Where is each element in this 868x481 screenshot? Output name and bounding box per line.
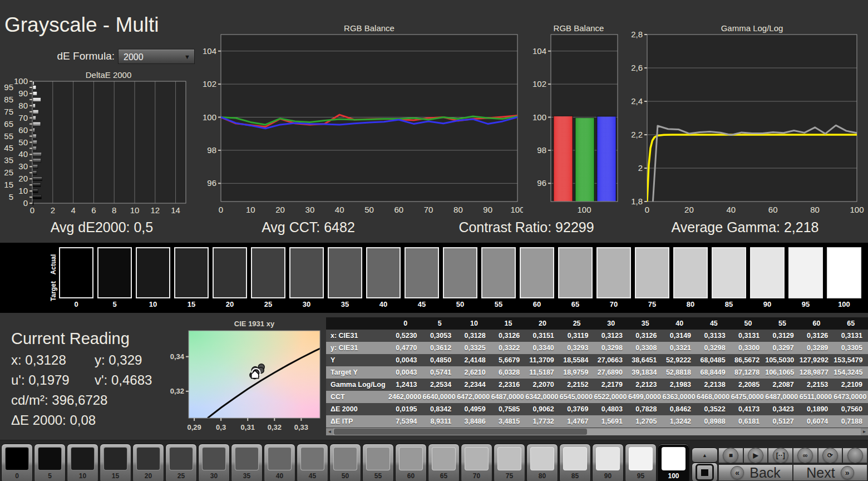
pattern-step-button-25[interactable]: 25 xyxy=(165,444,197,481)
pattern-step-button-75[interactable]: 75 xyxy=(494,444,525,481)
swatch-label: 50 xyxy=(443,298,477,311)
table-cell: 0,3298 xyxy=(697,342,731,354)
table-cell: 0,3305 xyxy=(834,342,868,354)
pattern-step-button-45[interactable]: 45 xyxy=(297,444,328,481)
pattern-step-button-10[interactable]: 10 xyxy=(67,444,98,481)
pattern-up-button[interactable]: ▲ xyxy=(692,448,718,463)
next-button[interactable]: Next » xyxy=(793,464,867,481)
pattern-swatch xyxy=(497,447,521,470)
grayscale-swatch-40: 40 xyxy=(366,247,401,311)
pattern-step-button-30[interactable]: 30 xyxy=(198,444,230,481)
svg-text:0,29: 0,29 xyxy=(187,423,201,431)
table-cell: 0,3151 xyxy=(525,330,560,342)
svg-text:4: 4 xyxy=(71,205,75,215)
pattern-step-button-70[interactable]: 70 xyxy=(461,444,492,481)
table-scrollbar[interactable]: ◄ ► xyxy=(326,428,868,435)
pattern-step-button-35[interactable]: 35 xyxy=(231,444,263,481)
grayscale-swatch-100: 100 xyxy=(827,247,861,311)
table-cell: 0,7828 xyxy=(628,403,663,415)
cie-1931-chart: 0,290,30,310,320,330,320,34 xyxy=(167,321,323,435)
table-row-label: x: CIE31 xyxy=(326,330,388,342)
table-cell: 0,3126 xyxy=(800,330,834,342)
series-button[interactable]: [··] xyxy=(768,448,793,463)
table-cell: 2,2070 xyxy=(525,379,560,391)
swatch-color xyxy=(712,247,746,298)
gamma-log-log-chart: 1,822,22,42,62,8020406080100 xyxy=(626,31,868,215)
indicator-button[interactable] xyxy=(842,448,867,463)
table-cell: 6468,0000 xyxy=(697,391,731,403)
scrollbar-thumb[interactable] xyxy=(334,429,587,435)
pattern-step-button-15[interactable]: 15 xyxy=(100,444,131,481)
pattern-step-button-95[interactable]: 95 xyxy=(625,444,657,481)
table-cell: 0,0195 xyxy=(388,403,423,415)
swatch-label: 5 xyxy=(97,298,132,311)
table-cell: 0,3297 xyxy=(765,342,800,354)
table-row-label: ΔE ITP xyxy=(326,415,388,428)
pattern-step-buttons: 0510152025303540455055606570758085909510… xyxy=(1,444,689,481)
pattern-step-button-90[interactable]: 90 xyxy=(592,444,624,481)
table-cell: 38,6451 xyxy=(628,354,663,366)
loop-button[interactable]: ⟳ xyxy=(818,448,843,463)
pattern-step-button-55[interactable]: 55 xyxy=(362,444,394,481)
pattern-step-button-100[interactable]: 100 xyxy=(658,444,689,481)
pattern-window-button[interactable] xyxy=(692,463,718,481)
table-cell: 3,8486 xyxy=(457,415,491,428)
pattern-step-button-65[interactable]: 65 xyxy=(428,444,460,481)
table-cell: 0,3131 xyxy=(731,330,766,342)
table-row: CCT2462,00006640,00006472,00006487,00006… xyxy=(326,391,868,403)
pattern-step-button-85[interactable]: 85 xyxy=(559,444,591,481)
swatch-label: 30 xyxy=(289,298,324,311)
svg-text:75: 75 xyxy=(4,107,13,116)
swatch-label: 45 xyxy=(405,298,439,311)
table-cell: 1,4767 xyxy=(560,415,594,428)
table-cell: 0,3128 xyxy=(457,330,491,342)
table-col-header: 50 xyxy=(731,317,766,330)
svg-text:0,3: 0,3 xyxy=(216,423,226,431)
scroll-right-arrow-icon[interactable]: ► xyxy=(861,428,868,435)
table-col-header: 10 xyxy=(457,317,491,330)
pattern-swatch xyxy=(5,447,29,470)
table-row: x: CIE310,52300,30530,31280,31260,31510,… xyxy=(326,330,868,342)
stop-button[interactable]: ■ xyxy=(718,448,743,463)
back-button[interactable]: « Back xyxy=(718,464,793,481)
pattern-step-button-60[interactable]: 60 xyxy=(395,444,427,481)
svg-text:85: 85 xyxy=(4,95,13,104)
pattern-swatch xyxy=(268,447,292,470)
scroll-left-arrow-icon[interactable]: ◄ xyxy=(326,428,333,435)
svg-text:100: 100 xyxy=(14,78,28,86)
pattern-swatch xyxy=(596,447,620,470)
svg-text:0,31: 0,31 xyxy=(241,423,255,431)
pattern-step-label: 50 xyxy=(330,472,361,480)
table-cell: 6473,0000 xyxy=(834,391,868,403)
table-cell: 0,5127 xyxy=(765,415,800,428)
table-cell: 2,6210 xyxy=(457,366,491,379)
pattern-step-button-80[interactable]: 80 xyxy=(526,444,558,481)
continuous-button[interactable]: ∞ xyxy=(793,448,818,463)
current-reading-panel: Current Reading x: 0,3128y: 0,329 u': 0,… xyxy=(11,330,178,428)
swatch-label: 100 xyxy=(827,298,861,311)
svg-text:104: 104 xyxy=(203,46,216,56)
pattern-swatch xyxy=(465,447,489,470)
pattern-swatch xyxy=(333,447,357,470)
svg-text:102: 102 xyxy=(203,79,216,89)
svg-text:35: 35 xyxy=(4,155,13,165)
pattern-step-button-5[interactable]: 5 xyxy=(34,444,66,481)
swatch-label: 85 xyxy=(712,298,746,311)
svg-text:40: 40 xyxy=(726,205,736,214)
de-formula-select[interactable]: 2000 ▼ xyxy=(118,49,195,64)
svg-text:0: 0 xyxy=(30,205,34,215)
svg-text:60: 60 xyxy=(394,205,403,214)
pattern-step-button-50[interactable]: 50 xyxy=(329,444,361,481)
svg-text:50: 50 xyxy=(364,205,374,214)
pattern-step-button-20[interactable]: 20 xyxy=(132,444,164,481)
pattern-swatch xyxy=(366,447,390,470)
pattern-step-button-0[interactable]: 0 xyxy=(1,444,33,481)
play-button[interactable]: ▶ xyxy=(743,448,768,463)
grayscale-swatch-50: 50 xyxy=(443,247,477,311)
table-row: Gamma Log/Log1,24132,25342,23442,23162,2… xyxy=(326,379,868,391)
svg-text:50: 50 xyxy=(18,138,28,147)
average-gamma-stat: Average Gamma: 2,218 xyxy=(662,219,828,235)
table-cell: 8,9311 xyxy=(423,415,457,428)
pattern-step-label: 10 xyxy=(67,472,98,480)
pattern-step-button-40[interactable]: 40 xyxy=(264,444,295,481)
